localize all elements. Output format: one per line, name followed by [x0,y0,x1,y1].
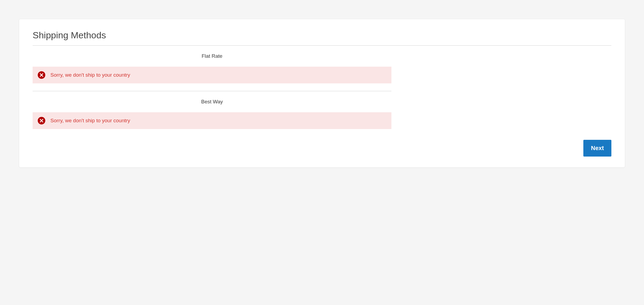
error-icon [37,117,46,125]
shipping-method-best-way: Best Way Sorry, we don't ship to your co… [33,91,391,132]
shipping-method-label: Flat Rate [33,53,391,59]
actions-bar: Next [33,140,611,157]
shipping-method-flat-rate: Flat Rate Sorry, we don't ship to your c… [33,46,391,91]
shipping-methods-card: Shipping Methods Flat Rate Sorry, we don… [19,19,625,168]
shipping-methods-list: Flat Rate Sorry, we don't ship to your c… [33,46,391,132]
error-message-row: Sorry, we don't ship to your country [33,67,391,83]
next-button[interactable]: Next [583,140,611,157]
error-message-text: Sorry, we don't ship to your country [50,118,130,124]
error-message-text: Sorry, we don't ship to your country [50,72,130,78]
error-message-row: Sorry, we don't ship to your country [33,112,391,129]
shipping-method-label: Best Way [33,99,391,105]
error-icon [37,71,46,79]
section-title: Shipping Methods [33,30,611,46]
